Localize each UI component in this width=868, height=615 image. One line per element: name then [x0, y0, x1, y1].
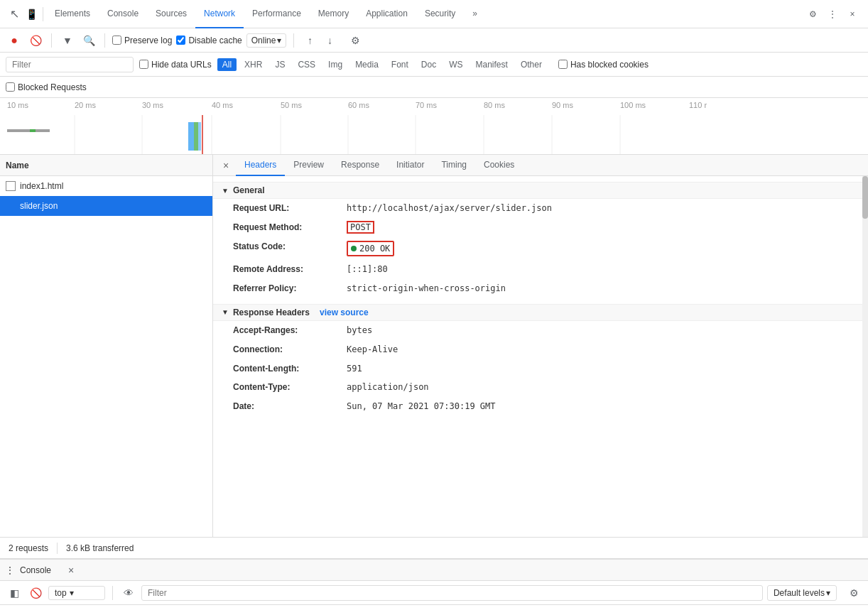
filter-js[interactable]: JS	[270, 58, 290, 71]
filter-all[interactable]: All	[217, 58, 237, 71]
export-button[interactable]: ↓	[321, 32, 338, 49]
content-length-label: Content-Length:	[233, 363, 347, 375]
tab-performance[interactable]: Performance	[244, 0, 310, 28]
console-list-button[interactable]: ≡	[28, 612, 45, 615]
referrer-policy-row: Referrer Policy: strict-origin-when-cros…	[213, 279, 868, 298]
tab-console[interactable]: Console	[99, 0, 147, 28]
tab-more[interactable]: »	[464, 0, 486, 28]
console-levels-select[interactable]: Default levels ▾	[767, 585, 837, 601]
timeline-label-90: 90 ms	[552, 101, 573, 109]
has-blocked-cookies-label[interactable]: Has blocked cookies	[558, 60, 649, 70]
details-tab-timing[interactable]: Timing	[433, 155, 475, 176]
response-headers-triangle: ▼	[222, 308, 229, 316]
main-content: Name index1.html slider.json × Headers P…	[0, 155, 868, 537]
throttle-select[interactable]: Online ▾	[246, 33, 287, 48]
file-name-json: slider.json	[20, 201, 58, 211]
console-close-button[interactable]: ×	[63, 562, 80, 579]
console-context-value: top	[55, 588, 67, 598]
details-tab-response[interactable]: Response	[332, 155, 388, 176]
filter-manifest[interactable]: Manifest	[471, 58, 513, 71]
hide-data-urls-label[interactable]: Hide data URLs	[139, 60, 212, 70]
general-section-title: General	[233, 185, 265, 195]
preserve-log-label[interactable]: Preserve log	[112, 36, 172, 45]
tab-elements[interactable]: Elements	[46, 0, 99, 28]
date-value: Sun, 07 Mar 2021 07:30:19 GMT	[347, 401, 496, 413]
settings-icon[interactable]: ⚙	[803, 4, 823, 24]
response-headers-section[interactable]: ▼ Response Headers view source	[213, 304, 868, 321]
blocked-requests-checkbox[interactable]	[6, 82, 15, 92]
disable-cache-checkbox[interactable]	[176, 36, 185, 45]
filter-doc[interactable]: Doc	[416, 58, 441, 71]
connection-row: Connection: Keep-Alive	[213, 340, 868, 359]
connection-value: Keep-Alive	[347, 344, 398, 356]
accept-ranges-row: Accept-Ranges: bytes	[213, 321, 868, 340]
filter-button[interactable]: ▼	[59, 32, 76, 49]
stop-button[interactable]: 🚫	[27, 32, 44, 49]
request-url-row: Request URL: http://localhost/ajax/serve…	[213, 199, 868, 218]
filter-ws[interactable]: WS	[444, 58, 467, 71]
tab-network[interactable]: Network	[195, 0, 244, 28]
timeline-label-100: 100 ms	[620, 101, 646, 109]
close-icon[interactable]: ×	[842, 4, 862, 24]
console-header: ⋮ Console ×	[0, 560, 868, 581]
content-type-value: application/json	[347, 381, 429, 393]
blocked-requests-label[interactable]: Blocked Requests	[6, 82, 87, 92]
filter-css[interactable]: CSS	[293, 58, 320, 71]
tab-sources[interactable]: Sources	[147, 0, 195, 28]
details-tabs-bar: × Headers Preview Response Initiator Tim…	[213, 155, 868, 176]
tab-memory[interactable]: Memory	[310, 0, 357, 28]
status-code-value: 200 OK	[347, 241, 394, 257]
status-code-label: Status Code:	[233, 241, 347, 257]
details-tab-cookies[interactable]: Cookies	[475, 155, 523, 176]
device-icon[interactable]: 📱	[23, 6, 40, 23]
console-prev-button[interactable]: ⬅	[6, 612, 23, 615]
tab-security[interactable]: Security	[416, 0, 464, 28]
console-filter-input[interactable]	[141, 585, 763, 601]
console-sidebar-toggle[interactable]: ◧	[6, 584, 23, 602]
hide-data-urls-checkbox[interactable]	[139, 60, 148, 69]
timeline-label-80: 80 ms	[484, 101, 505, 109]
filter-input[interactable]	[6, 57, 134, 72]
tab-application[interactable]: Application	[357, 0, 416, 28]
referrer-policy-value: strict-origin-when-cross-origin	[347, 283, 506, 295]
devtools-tab-bar: ↖ 📱 Elements Console Sources Network Per…	[0, 0, 868, 28]
filter-other[interactable]: Other	[516, 58, 547, 71]
console-settings-button[interactable]: ⚙	[845, 584, 862, 602]
console-context-select[interactable]: top ▾	[48, 586, 105, 600]
response-headers-title: Response Headers	[233, 308, 310, 317]
details-tab-headers[interactable]: Headers	[236, 155, 285, 176]
general-section-header[interactable]: ▼ General	[213, 182, 868, 199]
status-divider	[57, 543, 58, 554]
record-button[interactable]: ●	[6, 32, 23, 49]
details-tab-preview[interactable]: Preview	[285, 155, 332, 176]
filter-font[interactable]: Font	[386, 58, 413, 71]
timeline-labels: 10 ms 20 ms 30 ms 40 ms 50 ms 60 ms 70 m…	[0, 98, 868, 112]
search-button[interactable]: 🔍	[80, 32, 97, 49]
file-item-html[interactable]: index1.html	[0, 176, 212, 196]
more-icon[interactable]: ⋮	[823, 4, 842, 24]
timeline-label-20: 20 ms	[75, 101, 96, 109]
filter-xhr[interactable]: XHR	[239, 58, 267, 71]
file-item-json[interactable]: slider.json	[0, 196, 212, 216]
console-toolbar: ◧ 🚫 top ▾ 👁 Default levels ▾ ⚙	[0, 581, 868, 605]
filter-img[interactable]: Img	[323, 58, 347, 71]
preserve-log-checkbox[interactable]	[112, 36, 121, 45]
has-blocked-cookies-checkbox[interactable]	[558, 60, 568, 69]
console-stop-button[interactable]: 🚫	[27, 584, 44, 602]
view-source-link[interactable]: view source	[320, 308, 369, 317]
console-dots-icon[interactable]: ⋮	[6, 565, 14, 575]
close-details-button[interactable]: ×	[219, 158, 233, 173]
filter-media[interactable]: Media	[350, 58, 384, 71]
content-length-row: Content-Length: 591	[213, 359, 868, 379]
accept-ranges-value: bytes	[347, 325, 372, 337]
import-button[interactable]: ↑	[301, 32, 318, 49]
console-eye-button[interactable]: 👁	[120, 584, 137, 602]
details-scrollbar[interactable]	[862, 176, 868, 537]
details-tab-initiator[interactable]: Initiator	[388, 155, 433, 176]
file-list-panel: Name index1.html slider.json	[0, 155, 213, 537]
network-settings-button[interactable]: ⚙	[347, 32, 364, 49]
disable-cache-label[interactable]: Disable cache	[176, 36, 242, 45]
request-method-row: Request Method: POST	[213, 218, 868, 237]
cursor-icon[interactable]: ↖	[6, 6, 23, 23]
date-label: Date:	[233, 401, 347, 413]
